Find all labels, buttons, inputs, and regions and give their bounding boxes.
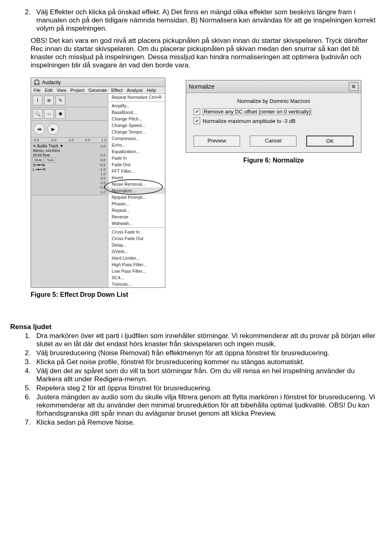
- menu-bar: File Edit View Project Generate Effect A…: [31, 87, 165, 94]
- checkbox-normalize-amp[interactable]: ✔: [194, 118, 200, 124]
- fx-item[interactable]: Change Pitch...: [108, 116, 165, 122]
- fx-item[interactable]: Nyquist Prompt...: [108, 194, 165, 200]
- window-titlebar: 🎧 Audacity: [31, 78, 165, 87]
- fx-item[interactable]: Cross Fade Out: [108, 235, 165, 242]
- figure-6-caption: Figure 6: Normalize: [186, 157, 361, 164]
- bottom-section: Rensa ljudet 1.Dra markören över ett par…: [10, 323, 382, 427]
- multi-tool-icon[interactable]: ✱: [56, 109, 65, 119]
- fx-item[interactable]: Phaser...: [108, 200, 165, 207]
- mute-button[interactable]: Mute: [33, 158, 44, 162]
- obs-paragraph: OBS! Det kan vara en god nivå att placer…: [10, 37, 382, 69]
- scale-val: 1.0: [96, 144, 106, 148]
- fx-item[interactable]: Fade In: [108, 155, 165, 161]
- zoom-tool-icon[interactable]: 🔍: [33, 109, 42, 119]
- fx-item[interactable]: Hard Limiter...: [108, 255, 165, 261]
- list-number: 1.: [10, 332, 36, 348]
- menu-project[interactable]: Project: [70, 88, 84, 93]
- envelope-tool-icon[interactable]: ≊: [44, 96, 54, 105]
- fx-item[interactable]: GVerb...: [108, 248, 165, 255]
- list-number: 4.: [10, 367, 36, 383]
- fx-item[interactable]: Equalization...: [108, 148, 165, 155]
- fx-item[interactable]: FFT Filter...: [108, 168, 165, 174]
- fx-item[interactable]: SC4...: [108, 274, 165, 281]
- fx-item[interactable]: Change Tempo...: [108, 129, 165, 135]
- ruler-tick: -3.0: [33, 138, 39, 142]
- list-text: Klicka på Get noise profile, fönstret fö…: [36, 358, 382, 366]
- ruler-tick: -1.0: [67, 138, 74, 142]
- menu-effect[interactable]: Effect: [111, 88, 122, 93]
- close-button[interactable]: ✕: [349, 82, 359, 91]
- list-text: Välj brusreducering (Noise Removal) från…: [36, 349, 382, 357]
- fx-item[interactable]: Cross Fade In: [108, 229, 165, 235]
- figure-5: 🎧 Audacity File Edit View Project Genera…: [31, 78, 165, 298]
- ruler-tick: -2.0: [50, 138, 57, 142]
- checkbox-dc-offset-label: Remove any DC offset (center on 0 vertic…: [203, 108, 312, 115]
- scale-val: 0.0: [96, 158, 106, 162]
- scale-val: 0.0: [96, 181, 106, 185]
- gain-slider-icon[interactable]: ⊖━●━⊕: [33, 163, 45, 167]
- fx-item[interactable]: Compressor...: [108, 135, 165, 142]
- app-icon: 🎧: [33, 79, 40, 85]
- draw-tool-icon[interactable]: ✎: [56, 96, 65, 105]
- close-icon: ✕: [351, 83, 356, 90]
- scale-val: -1.0: [96, 167, 106, 171]
- solo-button[interactable]: Solo: [45, 158, 56, 162]
- track-info: Stereo, 44100Hz: [33, 149, 106, 153]
- track-name[interactable]: Audio Track ▼: [37, 144, 63, 148]
- fx-item[interactable]: Low Pass Filter...: [108, 268, 165, 274]
- fx-item[interactable]: Repeat...: [108, 207, 165, 214]
- menu-help[interactable]: Help: [147, 88, 156, 93]
- preview-button[interactable]: Preview: [194, 136, 240, 147]
- fx-item[interactable]: Invert: [108, 174, 165, 181]
- scale-val: -1.0: [96, 190, 106, 194]
- ruler-tick: 1.0: [101, 138, 107, 142]
- menu-generate[interactable]: Generate: [89, 88, 107, 93]
- window-title: Audacity: [42, 80, 61, 85]
- check-icon: ✔: [195, 109, 199, 114]
- menu-analyze[interactable]: Analyze: [127, 88, 143, 93]
- checkbox-dc-offset[interactable]: ✔: [194, 109, 200, 115]
- fx-item[interactable]: Amplify...: [108, 102, 165, 109]
- checkbox-normalize-amp-label: Normalize maximum amplitude to -3 dB: [203, 118, 296, 124]
- fx-repeat[interactable]: Repeat Normalize Ctrl+R: [108, 94, 165, 100]
- fx-item[interactable]: Delay...: [108, 242, 165, 248]
- track-header: ✕ Audio Track ▼ 1.0 Stereo, 44100Hz 32-b…: [31, 143, 108, 195]
- list-number: 6.: [10, 393, 36, 418]
- menu-edit[interactable]: Edit: [45, 88, 53, 93]
- skip-start-icon[interactable]: ⏮: [33, 123, 45, 135]
- list-text: Justera mängden av audio som du skulle v…: [36, 393, 382, 418]
- fx-item[interactable]: Echo...: [108, 142, 165, 148]
- list-number: 5.: [10, 384, 36, 392]
- pan-slider-icon[interactable]: ━●━: [36, 167, 42, 171]
- timeshift-tool-icon[interactable]: ↔: [44, 109, 54, 119]
- time-ruler: -3.0 -2.0 -1.0 0.0 1.0: [31, 138, 108, 143]
- dialog-title: Normalize: [189, 83, 214, 90]
- fx-item[interactable]: Wahwah...: [108, 220, 165, 227]
- scale-val: 0.5: [96, 153, 106, 157]
- fx-normalize[interactable]: Normalize...: [108, 187, 165, 194]
- list-number: 2.: [10, 8, 36, 33]
- normalize-dialog: Normalize ✕ Normalize by Dominic Mazzoni…: [186, 80, 361, 153]
- ibeam-tool-icon[interactable]: I: [33, 96, 42, 105]
- effect-dropdown-list: Repeat Normalize Ctrl+R Amplify... BassB…: [108, 94, 165, 287]
- fx-item[interactable]: Change Speed...: [108, 122, 165, 129]
- section-heading: Rensa ljudet: [10, 323, 382, 331]
- menu-view[interactable]: View: [57, 88, 67, 93]
- pan-label-r: R: [43, 167, 46, 171]
- fx-noise-removal[interactable]: Noise Removal...: [108, 181, 165, 187]
- figure-5-caption: Figure 5: Effect Drop Down List: [31, 291, 165, 298]
- scale-val: 0.5: [96, 176, 106, 180]
- ruler-tick: 0.0: [85, 138, 90, 142]
- fx-item[interactable]: Tremolo...: [108, 281, 165, 287]
- cancel-button[interactable]: Cancel: [250, 136, 296, 147]
- fx-item[interactable]: BassBoost...: [108, 109, 165, 116]
- menu-file[interactable]: File: [33, 88, 41, 93]
- list-text: Välj Effekter och klicka på önskad effek…: [36, 8, 382, 33]
- fx-item[interactable]: High Pass Filter...: [108, 261, 165, 268]
- play-icon[interactable]: ▶: [47, 123, 59, 135]
- fx-item[interactable]: Reverse: [108, 214, 165, 220]
- ok-button[interactable]: OK: [306, 136, 354, 147]
- dialog-subtitle: Normalize by Dominic Mazzoni: [194, 98, 354, 104]
- fx-item[interactable]: Fade Out: [108, 161, 165, 168]
- list-number: 2.: [10, 349, 36, 357]
